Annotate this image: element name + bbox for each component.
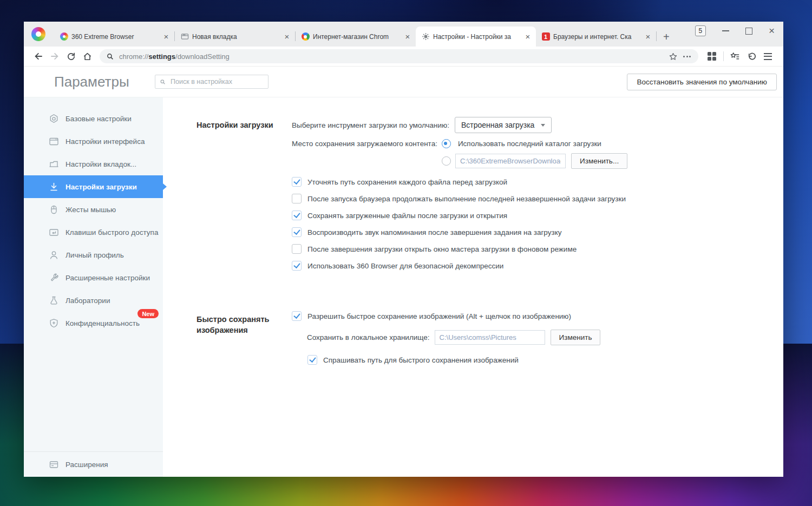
tab-close-icon[interactable]: × (403, 32, 412, 41)
checkbox[interactable] (307, 355, 317, 365)
tab-browsers-internet[interactable]: 1 Браузеры и интернет. Ска × (536, 27, 656, 47)
sidebar-item-privacy[interactable]: Конфиденциальность New (24, 312, 163, 334)
maximize-button[interactable] (745, 28, 752, 35)
checkbox-row[interactable]: После завершения загрузки открыть окно м… (292, 244, 783, 254)
address-bar[interactable]: chrome://settings/downloadSetting (100, 49, 698, 63)
settings-search-input[interactable] (169, 77, 264, 86)
section-title: Быстро сохранять изображения (197, 311, 292, 365)
close-button[interactable]: × (769, 27, 775, 35)
radio-label: Использовать последний каталог загрузки (458, 140, 601, 148)
new-badge: New (137, 309, 159, 318)
mouse-icon (49, 205, 59, 215)
checkbox-row[interactable]: Спрашивать путь для быстрого сохранения … (307, 355, 783, 365)
download-icon (49, 182, 59, 192)
tab-strip: 360 Extreme Browser × Новая вкладка × Ин… (24, 22, 783, 47)
download-path-input[interactable] (455, 154, 566, 168)
checkbox[interactable] (292, 211, 302, 220)
checkbox-row[interactable]: После запуска браузера продолжать выполн… (292, 194, 783, 203)
extensions-card-icon (49, 459, 59, 470)
tab-favicon-red1-icon: 1 (541, 32, 550, 41)
radio-last-download-dir[interactable] (442, 139, 451, 148)
gear-hex-icon (49, 114, 59, 124)
change-download-path-button[interactable]: Изменить... (571, 153, 627, 169)
window-icon (49, 136, 59, 147)
shield-plus-icon (49, 318, 59, 328)
bookmark-star-icon[interactable] (666, 50, 680, 63)
checkbox-row[interactable]: Сохранять загруженные файлы после загруз… (292, 211, 783, 220)
settings-sidebar: Базовые настройки Настройки интерфейса Н… (24, 97, 163, 477)
more-actions-icon[interactable] (680, 50, 694, 63)
tab-favicon-360-icon (60, 32, 68, 41)
sidebar-item-advanced-settings[interactable]: Расширенные настройки (24, 266, 163, 289)
search-icon (106, 52, 114, 61)
browser-logo-icon[interactable] (31, 27, 45, 41)
sidebar-item-tab-settings[interactable]: Настройки вкладок... (24, 153, 163, 175)
url-text[interactable]: chrome://settings/downloadSetting (119, 52, 666, 61)
sidebar-item-label: Расширенные настройки (66, 274, 150, 282)
local-storage-label: Сохранить в локальное хранилище: (307, 333, 430, 341)
tab-close-icon[interactable]: × (523, 32, 533, 41)
tab-title: Новая вкладка (192, 33, 279, 41)
undo-icon[interactable] (743, 49, 759, 64)
page-title: Параметры (54, 74, 129, 90)
section-download-settings: Настройки загрузки Выберите инструмент з… (197, 117, 783, 278)
chevron-down-icon (541, 124, 545, 127)
apps-grid-icon[interactable] (704, 49, 720, 64)
reload-icon[interactable] (63, 49, 79, 64)
checkbox-row[interactable]: Уточнять путь сохранения каждого файла п… (292, 177, 783, 187)
tab-close-icon[interactable]: × (643, 32, 653, 41)
sidebar-item-label: Клавиши быстрого доступа (66, 228, 158, 236)
sidebar-item-label: Настройки загрузки (66, 183, 137, 191)
save-location-label: Место сохранения загружаемого контента: (292, 140, 437, 148)
sidebar-item-interface-settings[interactable]: Настройки интерфейса (24, 130, 163, 153)
checkbox[interactable] (292, 261, 302, 271)
menu-hamburger-icon[interactable] (759, 49, 776, 64)
tab-close-icon[interactable]: × (282, 32, 292, 41)
tab-new-tab[interactable]: Новая вкладка × (175, 27, 295, 47)
settings-search-box[interactable] (155, 75, 269, 89)
wrench-icon (49, 273, 59, 283)
keyboard-icon (49, 227, 59, 238)
sidebar-item-profile[interactable]: Личный профиль (24, 244, 163, 266)
radio-custom-dir[interactable] (442, 156, 451, 166)
speed-mode-badge[interactable]: 5 (695, 25, 706, 36)
checkbox[interactable] (292, 227, 302, 237)
settings-header: Параметры Восстановить значения по умолч… (24, 67, 783, 97)
reset-defaults-button[interactable]: Восстановить значения по умолчанию (627, 74, 777, 90)
home-icon[interactable] (79, 49, 95, 64)
download-tool-label: Выберите инструмент загрузки по умолчани… (292, 121, 449, 129)
forward-icon[interactable] (47, 49, 63, 64)
person-icon (49, 250, 59, 260)
sidebar-item-extensions[interactable]: Расширения (24, 453, 163, 476)
tab-chrome-store[interactable]: Интернет-магазин Chrom × (296, 27, 416, 47)
download-tool-select[interactable]: Встроенная загрузка (455, 117, 552, 133)
sidebar-item-download-settings[interactable]: Настройки загрузки (24, 175, 163, 198)
sidebar-item-label: Настройки вкладок... (66, 160, 136, 168)
tab-title: Браузеры и интернет. Ска (553, 33, 640, 41)
sidebar-item-mouse-gestures[interactable]: Жесты мышью (24, 198, 163, 221)
tab-settings[interactable]: Настройки - Настройки за × (416, 27, 536, 47)
sidebar-item-basic-settings[interactable]: Базовые настройки (24, 107, 163, 130)
change-image-path-button[interactable]: Изменить (551, 330, 601, 345)
new-tab-button[interactable]: + (663, 32, 670, 42)
browser-toolbar: chrome://settings/downloadSetting (24, 47, 783, 67)
checkbox-row[interactable]: Воспроизводить звук напоминания после за… (292, 227, 783, 237)
favorites-list-icon[interactable] (727, 49, 743, 64)
sidebar-item-label: Настройки интерфейса (66, 137, 145, 146)
checkbox-row[interactable]: Использовать 360 Browser для безопасной … (292, 261, 783, 271)
tab-favicon-chrome-store-icon (301, 32, 310, 41)
flask-icon (49, 295, 59, 306)
tab-360-extreme-browser[interactable]: 360 Extreme Browser × (54, 27, 174, 47)
sidebar-item-hotkeys[interactable]: Клавиши быстрого доступа (24, 221, 163, 244)
checkbox-row[interactable]: Разрешить быстрое сохранение изображений… (292, 311, 783, 321)
back-icon[interactable] (30, 49, 47, 64)
checkbox[interactable] (292, 311, 302, 321)
tab-close-icon[interactable]: × (161, 32, 171, 41)
minimize-button[interactable] (722, 30, 729, 31)
sidebar-item-labs[interactable]: Лаборатории (24, 289, 163, 312)
tab-title: Настройки - Настройки за (433, 33, 520, 41)
checkbox[interactable] (292, 177, 302, 187)
image-save-path-input[interactable] (435, 330, 545, 345)
checkbox[interactable] (292, 244, 302, 254)
checkbox[interactable] (292, 194, 302, 203)
